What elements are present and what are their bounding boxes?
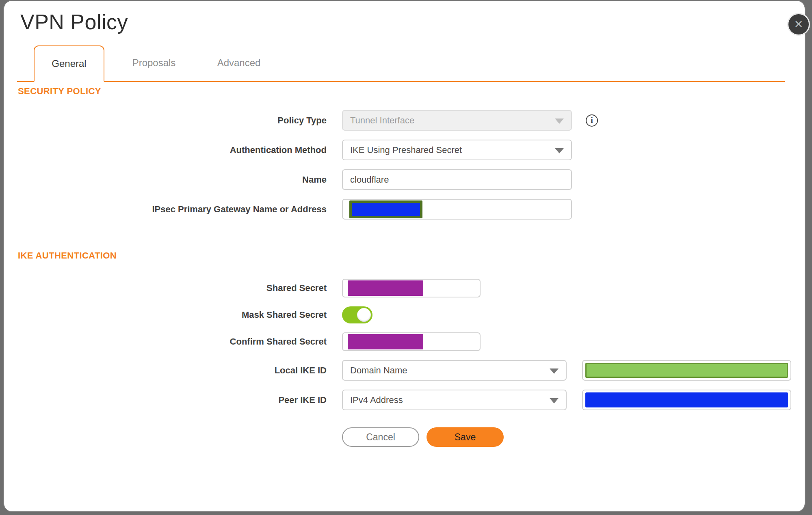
name-label: Name xyxy=(18,175,327,185)
tab-label: General xyxy=(52,58,86,69)
local-ike-id-type-value: Domain Name xyxy=(350,365,407,376)
local-ike-id-row: Local IKE ID Domain Name xyxy=(18,360,805,381)
chevron-down-icon xyxy=(555,148,564,153)
local-ike-id-label: Local IKE ID xyxy=(18,365,327,376)
tab-label: Advanced xyxy=(217,57,261,69)
auth-method-row: Authentication Method IKE Using Preshare… xyxy=(18,140,805,160)
section-heading-ike-authentication: IKE AUTHENTICATION xyxy=(18,250,805,261)
policy-type-label: Policy Type xyxy=(18,115,327,126)
page-title: VPN Policy xyxy=(20,10,805,34)
redaction-mask xyxy=(348,280,423,296)
name-value: cloudflare xyxy=(350,175,389,185)
chevron-down-icon xyxy=(550,368,559,374)
gateway-label: IPsec Primary Gateway Name or Address xyxy=(18,204,327,215)
policy-type-row: Policy Type Tunnel Interface i xyxy=(18,110,805,131)
gateway-row: IPsec Primary Gateway Name or Address xyxy=(18,199,805,220)
mask-shared-secret-toggle[interactable] xyxy=(342,306,372,323)
close-icon: ✕ xyxy=(794,19,803,30)
shared-secret-row: Shared Secret xyxy=(18,279,805,297)
info-icon[interactable]: i xyxy=(586,114,598,127)
cancel-button[interactable]: Cancel xyxy=(342,427,419,447)
tab-bar: General Proposals Advanced xyxy=(17,45,785,82)
chevron-down-icon xyxy=(550,398,559,403)
close-button[interactable]: ✕ xyxy=(787,13,810,36)
mask-shared-secret-label: Mask Shared Secret xyxy=(18,310,327,320)
save-button[interactable]: Save xyxy=(427,427,504,447)
name-input[interactable]: cloudflare xyxy=(342,169,572,190)
auth-method-select[interactable]: IKE Using Preshared Secret xyxy=(342,140,572,160)
tab-advanced[interactable]: Advanced xyxy=(204,45,274,81)
action-buttons-row: Cancel Save xyxy=(18,427,805,447)
chevron-down-icon xyxy=(555,119,564,124)
mask-shared-secret-row: Mask Shared Secret xyxy=(18,306,805,323)
section-heading-security-policy: SECURITY POLICY xyxy=(18,86,805,97)
confirm-shared-secret-input[interactable] xyxy=(342,332,481,351)
policy-type-value: Tunnel Interface xyxy=(350,115,414,126)
local-ike-id-input[interactable] xyxy=(582,360,791,381)
tab-label: Proposals xyxy=(132,57,176,69)
peer-ike-id-input[interactable] xyxy=(582,390,791,410)
local-ike-id-type-select[interactable]: Domain Name xyxy=(342,360,567,381)
confirm-shared-secret-row: Confirm Shared Secret xyxy=(18,332,805,351)
auth-method-label: Authentication Method xyxy=(18,145,327,155)
redaction-mask xyxy=(585,363,788,378)
redaction-mask xyxy=(348,334,423,349)
policy-type-select: Tunnel Interface xyxy=(342,110,572,131)
peer-ike-id-type-value: IPv4 Address xyxy=(350,395,403,405)
toggle-knob xyxy=(357,308,371,322)
peer-ike-id-label: Peer IKE ID xyxy=(18,395,327,405)
peer-ike-id-row: Peer IKE ID IPv4 Address xyxy=(18,390,805,410)
confirm-shared-secret-label: Confirm Shared Secret xyxy=(18,336,327,347)
shared-secret-input[interactable] xyxy=(342,279,481,297)
shared-secret-label: Shared Secret xyxy=(18,283,327,293)
redaction-mask xyxy=(585,392,788,407)
auth-method-value: IKE Using Preshared Secret xyxy=(350,145,462,155)
vpn-policy-dialog: ✕ VPN Policy General Proposals Advanced … xyxy=(3,0,806,512)
gateway-input[interactable] xyxy=(342,199,572,220)
peer-ike-id-type-select[interactable]: IPv4 Address xyxy=(342,390,567,410)
redaction-mask xyxy=(349,200,422,218)
tab-proposals[interactable]: Proposals xyxy=(119,45,189,81)
tab-general[interactable]: General xyxy=(34,45,104,82)
name-row: Name cloudflare xyxy=(18,169,805,190)
